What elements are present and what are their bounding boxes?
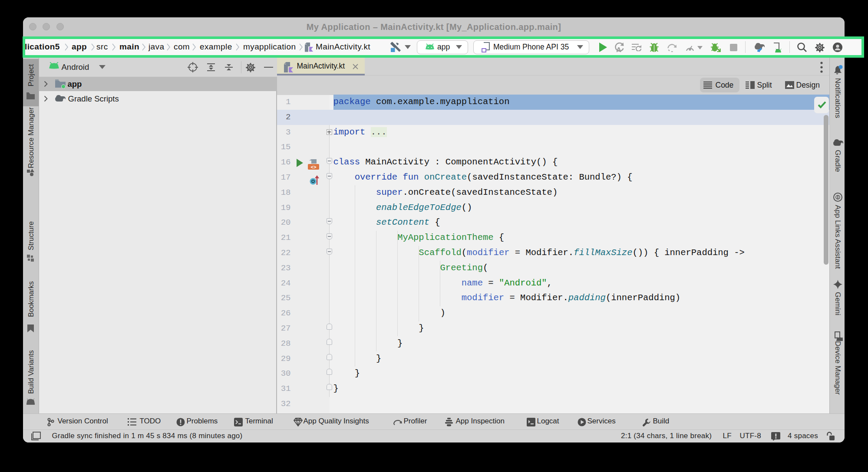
svg-text:<>: <> [310, 165, 317, 170]
